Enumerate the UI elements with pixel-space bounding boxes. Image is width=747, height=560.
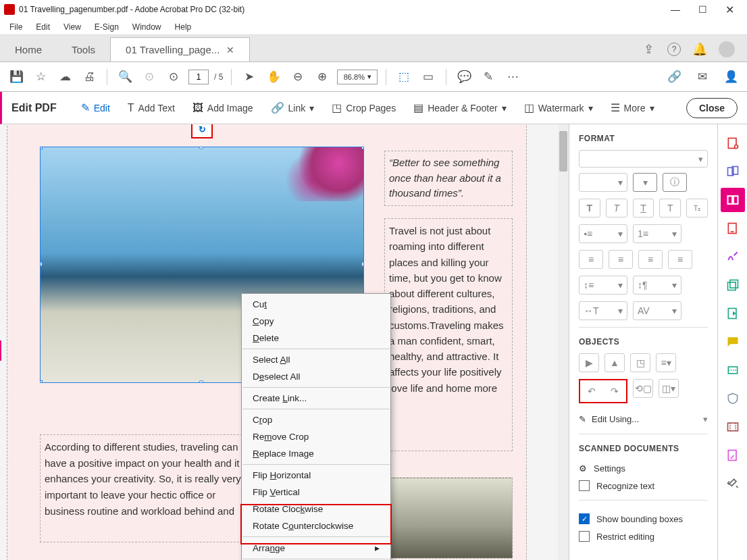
mail-icon[interactable]: ✉: [693, 68, 712, 86]
body-text-box-2[interactable]: According to different studies, travelin…: [40, 434, 249, 542]
rotate-cw-icon[interactable]: ↷: [604, 382, 625, 401]
resize-handle-tc[interactable]: [199, 147, 204, 149]
star-icon[interactable]: ☆: [31, 68, 50, 86]
underline-button[interactable]: T: [633, 199, 654, 218]
strike-button[interactable]: T: [659, 199, 681, 218]
ctx-select-all[interactable]: Select All: [242, 351, 390, 368]
close-window-button[interactable]: ✕: [716, 0, 743, 19]
align-justify-button[interactable]: ≡: [668, 250, 692, 269]
cloud-icon[interactable]: ☁: [55, 68, 74, 86]
font-family-dropdown[interactable]: ▾: [579, 150, 708, 168]
rail-edit-pdf-icon[interactable]: [721, 188, 745, 212]
maximize-button[interactable]: ☐: [689, 0, 716, 19]
align-obj-icon[interactable]: ◫▾: [659, 379, 679, 398]
rail-scan-icon[interactable]: [721, 358, 745, 382]
ctx-replace-image[interactable]: Replace Image: [242, 445, 390, 462]
close-editbar-button[interactable]: Close: [686, 98, 738, 118]
align-left-button[interactable]: ≡: [579, 250, 603, 269]
ctx-crop[interactable]: Crop: [242, 411, 390, 428]
para-spacing-dropdown[interactable]: ↕¶▾: [633, 276, 681, 295]
rotate-ccw-icon[interactable]: ↶: [582, 382, 602, 401]
align-center-button[interactable]: ≡: [609, 250, 633, 269]
rail-create-pdf-icon[interactable]: [721, 131, 745, 155]
ctx-flip-horizontal[interactable]: Flip Horizontal: [242, 467, 390, 484]
profile-icon[interactable]: 👤: [721, 68, 740, 86]
align-right-button[interactable]: ≡: [638, 250, 663, 269]
share-icon[interactable]: ⇪: [642, 43, 655, 56]
zoom-out-icon[interactable]: ⊖: [288, 68, 307, 86]
ctx-remove-crop[interactable]: Remove Crop: [242, 428, 390, 445]
link-button[interactable]: 🔗Link▾: [264, 99, 321, 117]
tab-document[interactable]: 01 Travelling_page... ✕: [110, 37, 250, 61]
edit-using-dropdown[interactable]: ✎ Edit Using... ▾: [579, 410, 708, 428]
ctx-delete[interactable]: Delete: [242, 330, 390, 347]
color-picker[interactable]: ▾: [633, 173, 657, 192]
italic-button[interactable]: T: [606, 199, 627, 218]
ctx-create-link[interactable]: Create Link...: [242, 390, 390, 407]
watermark-button[interactable]: ◫Watermark▾: [517, 99, 600, 117]
second-image[interactable]: [384, 478, 513, 559]
menu-view[interactable]: View: [57, 21, 88, 33]
search-icon[interactable]: 🔍: [115, 68, 134, 86]
bullet-list-button[interactable]: ⦁≡▾: [579, 224, 627, 243]
number-list-button[interactable]: 1≡▾: [633, 224, 681, 243]
user-avatar[interactable]: [719, 41, 735, 57]
rail-sign-icon[interactable]: [721, 245, 745, 269]
rotate-handle[interactable]: ↻: [191, 124, 213, 138]
ctx-rotate-counterclockwise[interactable]: Rotate Counterclockwise: [242, 517, 390, 534]
ctx-flip-vertical[interactable]: Flip Vertical: [242, 484, 390, 501]
add-image-button[interactable]: 🖼Add Image: [186, 99, 260, 117]
crop-obj-icon[interactable]: ◳: [630, 353, 650, 372]
rail-compress-icon[interactable]: [721, 443, 745, 467]
show-bounding-boxes-checkbox[interactable]: ✓ Show bounding boxes: [579, 510, 708, 528]
header-footer-button[interactable]: ▤Header & Footer▾: [407, 99, 513, 117]
rail-send-comments-icon[interactable]: [721, 301, 745, 326]
replace-image-icon[interactable]: ⟲▢: [633, 379, 653, 398]
page-up-icon[interactable]: ⊙: [140, 68, 159, 86]
scrollbar-thumb[interactable]: [559, 131, 567, 172]
zoom-in-icon[interactable]: ⊕: [313, 68, 332, 86]
quote-text-box[interactable]: “Better to see something once than hear …: [384, 151, 513, 206]
ctx-rotate-clockwise[interactable]: Rotate Clockwise: [242, 501, 390, 517]
close-tab-icon[interactable]: ✕: [226, 45, 234, 55]
ctx-cut[interactable]: Cut: [242, 296, 390, 313]
font-size-dropdown[interactable]: ▾: [579, 173, 627, 192]
text-info-button[interactable]: ⓘ: [663, 173, 687, 192]
tracking-dropdown[interactable]: AV▾: [633, 301, 681, 320]
superscript-button[interactable]: T₂: [686, 199, 708, 218]
rail-more-tools-icon[interactable]: [721, 472, 745, 496]
restrict-editing-checkbox[interactable]: Restrict editing: [579, 528, 708, 545]
flip-h-icon[interactable]: ▶: [579, 353, 599, 372]
menu-help[interactable]: Help: [168, 21, 199, 33]
recognize-text-checkbox[interactable]: Recognize text: [579, 477, 708, 494]
arrange-icon[interactable]: ≡▾: [656, 353, 676, 372]
ctx-copy[interactable]: Copy: [242, 313, 390, 330]
minimize-button[interactable]: —: [662, 0, 689, 19]
resize-handle-bc[interactable]: [199, 380, 204, 383]
link-tool-icon[interactable]: 🔗: [665, 68, 684, 86]
comment-icon[interactable]: 💬: [455, 68, 473, 86]
fit-width-icon[interactable]: ⬚: [394, 68, 413, 86]
body-text-box[interactable]: Travel is not just about roaming into di…: [384, 218, 513, 451]
resize-handle-mr[interactable]: [361, 261, 364, 267]
menu-file[interactable]: File: [3, 21, 29, 33]
page-display-icon[interactable]: ▭: [419, 68, 438, 86]
more-button[interactable]: ☰More▾: [604, 99, 661, 117]
page-down-icon[interactable]: ⊙: [164, 68, 183, 86]
highlight-icon[interactable]: ✎: [479, 68, 498, 86]
resize-handle-bl[interactable]: [40, 380, 43, 383]
zoom-dropdown[interactable]: 86.8%▾: [337, 70, 378, 84]
resize-handle-ml[interactable]: [40, 261, 43, 267]
ctx-arrange[interactable]: Arrange▸: [242, 539, 390, 557]
resize-handle-tl[interactable]: [40, 147, 43, 149]
rail-comment-icon[interactable]: [721, 330, 745, 354]
page-number-input[interactable]: [188, 70, 209, 84]
rail-export-icon[interactable]: [721, 216, 745, 240]
bold-button[interactable]: T: [579, 199, 600, 218]
save-icon[interactable]: 💾: [7, 68, 26, 86]
hand-icon[interactable]: ✋: [264, 68, 283, 86]
pointer-icon[interactable]: ➤: [240, 68, 259, 86]
ctx-deselect-all[interactable]: Deselect All: [242, 368, 390, 385]
print-icon[interactable]: 🖨: [80, 68, 99, 86]
add-text-button[interactable]: TAdd Text: [121, 99, 182, 117]
